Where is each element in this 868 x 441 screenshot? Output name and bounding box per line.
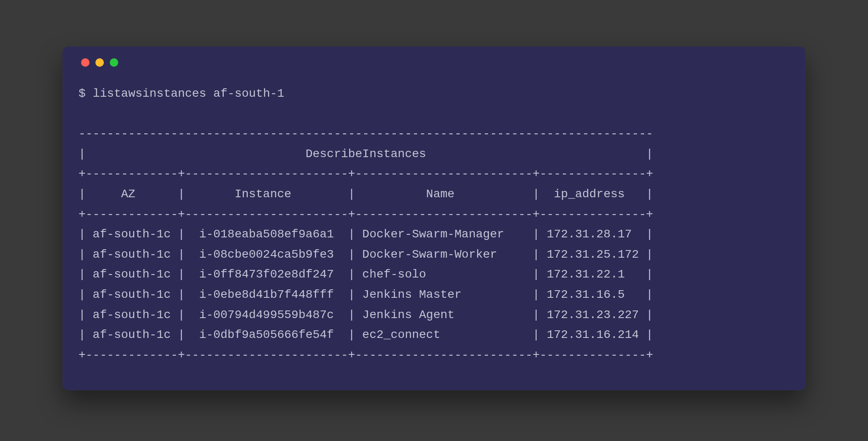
close-icon[interactable]	[81, 58, 90, 67]
command-text: listawsinstances af-south-1	[93, 87, 285, 100]
table-bottom-border: +-------------+-----------------------+-…	[79, 348, 653, 362]
terminal-window: $ listawsinstances af-south-1 ----------…	[62, 46, 806, 390]
table-row: | af-south-1c | i-0ff8473f02e8df247 | ch…	[79, 268, 653, 281]
table-row: | af-south-1c | i-0ebe8d41b7f448fff | Je…	[79, 288, 653, 301]
window-titlebar	[79, 58, 789, 67]
table-row: | af-south-1c | i-0dbf9a505666fe54f | ec…	[79, 328, 653, 341]
table-top-border: ----------------------------------------…	[79, 127, 653, 140]
table-row: | af-south-1c | i-018eaba508ef9a6a1 | Do…	[79, 228, 653, 241]
table-header-sep: +-------------+-----------------------+-…	[79, 167, 653, 180]
table-header-row: | AZ | Instance | Name | ip_address |	[79, 188, 653, 201]
prompt-symbol: $	[79, 87, 86, 100]
table-row: | af-south-1c | i-08cbe0024ca5b9fe3 | Do…	[79, 248, 653, 261]
zoom-icon[interactable]	[110, 58, 118, 67]
table-row: | af-south-1c | i-00794d499559b487c | Je…	[79, 308, 653, 321]
minimize-icon[interactable]	[95, 58, 104, 67]
table-title-row: | DescribeInstances |	[79, 147, 653, 161]
terminal-output: $ listawsinstances af-south-1 ----------…	[79, 84, 789, 365]
table-header-sep2: +-------------+-----------------------+-…	[79, 208, 653, 221]
